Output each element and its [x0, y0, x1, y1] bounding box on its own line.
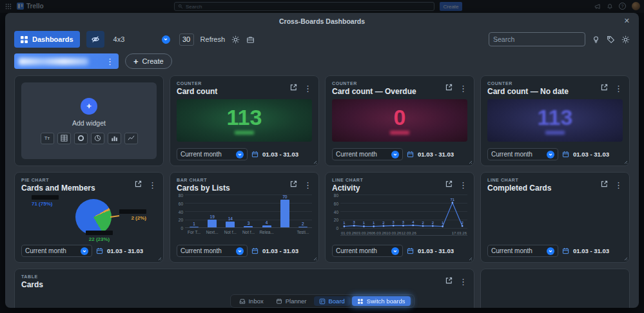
bar-widget-icon[interactable] — [108, 133, 121, 144]
plus-icon: + — [133, 57, 139, 66]
widget-menu-icon[interactable]: ⋮ — [148, 181, 157, 189]
chevron-down-icon — [391, 151, 399, 158]
open-widget-icon[interactable] — [289, 82, 298, 94]
open-widget-icon[interactable] — [289, 179, 298, 191]
chevron-down-icon — [81, 247, 88, 255]
eye-off-icon — [91, 35, 100, 44]
widgets-search[interactable] — [489, 32, 585, 46]
calendar-icon[interactable] — [562, 151, 569, 158]
widget-line-activity: LINE CHART Activity ⋮ 806040200 13112334… — [325, 172, 474, 263]
calendar-icon[interactable] — [562, 247, 569, 254]
lightbulb-icon[interactable] — [592, 35, 600, 44]
widget-menu-icon[interactable]: ⋮ — [614, 84, 623, 93]
archive-icon[interactable] — [246, 35, 255, 44]
svg-text:2: 2 — [422, 221, 424, 225]
dashboard-menu-icon[interactable]: ⋮ — [106, 57, 114, 66]
widget-title: Cards by Lists — [177, 184, 230, 193]
widget-title: Card count — [177, 87, 217, 96]
period-select[interactable]: Current month — [177, 245, 248, 257]
calendar-icon[interactable] — [407, 151, 414, 158]
period-select[interactable]: Current month — [487, 148, 558, 160]
period-value: Current month — [336, 151, 377, 158]
line-widget-icon[interactable] — [124, 133, 138, 144]
pie-widget-icon[interactable] — [91, 133, 104, 144]
svg-text:1: 1 — [373, 221, 375, 225]
plus-icon: + — [86, 102, 92, 110]
period-value: Current month — [25, 247, 66, 254]
text-widget-icon[interactable]: Tт — [41, 133, 54, 144]
widget-menu-icon[interactable]: ⋮ — [614, 181, 623, 189]
widgets-search-input[interactable] — [493, 35, 580, 43]
grid-size-value: 4x3 — [113, 35, 125, 43]
refresh-settings-gear-icon[interactable] — [231, 35, 240, 44]
pie-chart: 71 (75%) 2 (2%) 22 (23%) — [21, 194, 157, 244]
nav-board[interactable]: Board — [313, 296, 349, 306]
widget-menu-icon[interactable]: ⋮ — [459, 84, 467, 93]
donut-widget-icon[interactable] — [74, 133, 88, 144]
widget-menu-icon[interactable]: ⋮ — [304, 181, 312, 189]
resize-handle[interactable] — [312, 159, 317, 164]
refresh-interval-input[interactable]: 30 — [179, 33, 194, 46]
period-value: Current month — [491, 247, 532, 254]
widget-kind-label: COUNTER — [332, 81, 416, 86]
nav-switch-boards[interactable]: Switch boards — [352, 296, 411, 306]
open-widget-icon[interactable] — [445, 276, 453, 287]
calendar-icon[interactable] — [251, 151, 259, 158]
period-select[interactable]: Current month — [487, 245, 558, 257]
period-select[interactable]: Current month — [332, 245, 403, 257]
period-value: Current month — [181, 151, 222, 158]
add-widget-button[interactable]: + — [81, 98, 97, 115]
line-plot: 13112334221712 — [340, 194, 467, 229]
widget-menu-icon[interactable]: ⋮ — [304, 84, 312, 93]
nav-inbox[interactable]: Inbox — [233, 296, 268, 306]
period-select[interactable]: Current month — [21, 245, 92, 257]
close-icon[interactable]: ✕ — [624, 17, 630, 25]
period-select[interactable]: Current month — [177, 148, 248, 160]
resize-handle[interactable] — [312, 256, 317, 261]
svg-text:1: 1 — [343, 221, 346, 225]
nav-label: Planner — [286, 298, 307, 305]
create-dashboard-button[interactable]: + Create — [125, 53, 172, 69]
hide-widgets-button[interactable] — [86, 31, 104, 48]
dashboards-button[interactable]: Dashboards — [14, 31, 80, 48]
pie-slice-value: 22 (23%) — [89, 236, 110, 242]
chevron-down-icon — [236, 151, 244, 158]
member-name-redacted — [32, 195, 59, 200]
calendar-icon[interactable] — [407, 247, 414, 254]
period-select[interactable]: Current month — [332, 148, 403, 160]
settings-gear-icon[interactable] — [621, 35, 630, 44]
modal-header: Cross-Boards Dashboards ✕ — [5, 13, 639, 27]
resize-handle[interactable] — [467, 256, 473, 261]
dashboard-name-redacted — [19, 58, 88, 65]
resize-handle[interactable] — [467, 159, 473, 164]
open-widget-icon[interactable] — [445, 82, 453, 94]
widget-menu-icon[interactable]: ⋮ — [459, 181, 467, 189]
open-widget-icon[interactable] — [600, 179, 609, 191]
nav-planner[interactable]: Planner — [271, 296, 312, 306]
open-widget-icon[interactable] — [134, 179, 142, 191]
calendar-icon[interactable] — [96, 247, 103, 254]
active-dashboard-tab[interactable]: ⋮ — [14, 53, 119, 69]
table-widget-icon[interactable] — [57, 133, 71, 144]
tag-icon[interactable] — [607, 35, 615, 44]
widget-title: Card count — Overdue — [332, 87, 416, 96]
date-range: 01.03 - 31.03 — [418, 151, 454, 158]
add-widget-tile[interactable]: + Add widget Tт — [21, 82, 157, 159]
grid-size-select[interactable]: 4x3 — [111, 32, 173, 47]
chevron-down-icon — [547, 247, 554, 255]
widget-menu-icon[interactable]: ⋮ — [459, 278, 467, 286]
widget-partial — [480, 269, 630, 308]
open-widget-icon[interactable] — [600, 82, 609, 94]
pie-slice-label: 22 (23%) — [86, 231, 113, 242]
period-value: Current month — [491, 151, 532, 158]
resize-handle[interactable] — [623, 256, 628, 261]
counter-panel: 113 — [177, 99, 312, 142]
widget-counter-card-count: COUNTER Card count ⋮ 113 Current month — [170, 75, 319, 166]
resize-handle[interactable] — [157, 256, 162, 261]
open-widget-icon[interactable] — [445, 179, 453, 191]
widget-footer: Current month 01.03 - 31.03 — [332, 148, 467, 160]
pie-leader-line — [110, 215, 119, 217]
calendar-icon[interactable] — [251, 247, 259, 254]
resize-handle[interactable] — [623, 159, 628, 164]
period-value: Current month — [336, 247, 377, 254]
